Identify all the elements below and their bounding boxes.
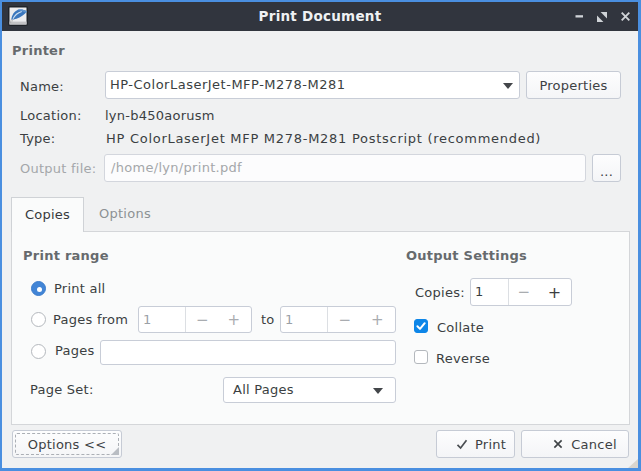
copies-value: 1 — [475, 279, 484, 305]
page-set-label: Page Set: — [30, 382, 94, 397]
copies-decrement[interactable]: − — [509, 279, 539, 305]
location-value: lyn-b450aorusm — [105, 108, 215, 123]
pages-from-label: Pages from — [53, 312, 128, 327]
minus-label: − — [518, 283, 531, 301]
plus-label: + — [548, 283, 562, 302]
close-button[interactable] — [614, 2, 636, 31]
titlebar[interactable]: Print Document — [2, 2, 638, 31]
location-label: Location: — [20, 108, 82, 123]
output-file-value: /home/lyn/print.pdf — [111, 155, 242, 181]
settings-notebook: Copies Options Print range Print all Pag… — [11, 197, 630, 426]
copies-tab-page: Print range Print all Pages from 1 − + t… — [11, 231, 630, 425]
collate-label: Collate — [437, 320, 484, 335]
reverse-label: Reverse — [436, 351, 490, 366]
pages-label: Pages — [55, 343, 95, 358]
minus-label: − — [339, 311, 352, 329]
print-button[interactable]: Print — [436, 430, 515, 458]
minus-label: − — [196, 311, 209, 329]
output-file-field[interactable]: /home/lyn/print.pdf — [104, 154, 586, 182]
copies-label: Copies: — [415, 285, 465, 300]
pages-to-decrement[interactable]: − — [328, 307, 362, 332]
print-range-heading: Print range — [23, 248, 109, 263]
reverse-checkbox[interactable] — [414, 350, 428, 364]
print-button-label: Print — [475, 437, 506, 452]
plus-label: + — [228, 311, 241, 329]
print-dialog-window: Print Document Printer Name: — [0, 0, 641, 471]
check-icon — [415, 320, 427, 332]
output-file-label: Output file: — [20, 161, 96, 176]
options-toggle-button[interactable]: Options << — [12, 430, 122, 458]
resize-grip[interactable] — [628, 459, 638, 468]
print-all-label: Print all — [54, 281, 105, 296]
printer-name-value: HP-ColorLaserJet-MFP-M278-M281 — [110, 72, 346, 98]
dropdown-arrow-icon — [503, 83, 513, 89]
type-label: Type: — [20, 131, 56, 146]
copies-spinbox[interactable]: 1 − + — [470, 278, 572, 306]
maximize-icon — [597, 12, 607, 22]
pages-input[interactable] — [100, 340, 396, 365]
browse-button-label: ... — [600, 164, 613, 179]
page-set-combobox[interactable]: All Pages — [223, 377, 396, 403]
name-label: Name: — [20, 79, 64, 94]
close-icon — [620, 11, 631, 22]
printer-section-heading: Printer — [12, 43, 65, 58]
plus-label: + — [371, 311, 384, 329]
browse-button[interactable]: ... — [592, 154, 621, 182]
output-settings-heading: Output Settings — [406, 248, 527, 263]
collate-checkbox[interactable] — [414, 319, 428, 333]
properties-button[interactable]: Properties — [526, 71, 621, 99]
page-set-value: All Pages — [233, 378, 294, 402]
copies-increment[interactable]: + — [538, 279, 571, 305]
pages-to-increment[interactable]: + — [360, 307, 395, 332]
tab-copies-label: Copies — [25, 207, 70, 222]
properties-button-label: Properties — [539, 78, 607, 93]
pages-radio[interactable] — [31, 344, 46, 359]
minimize-icon — [573, 10, 586, 23]
cancel-x-icon — [553, 439, 563, 449]
tab-options[interactable]: Options — [84, 197, 166, 232]
cancel-button-label: Cancel — [571, 437, 617, 452]
print-confirm-icon — [456, 439, 468, 450]
pages-from-decrement[interactable]: − — [186, 307, 219, 332]
button-grip-icon — [111, 447, 119, 455]
printer-name-combobox[interactable]: HP-ColorLaserJet-MFP-M278-M281 — [105, 71, 520, 99]
pages-from-spinbox[interactable]: 1 − + — [138, 306, 252, 333]
minimize-button[interactable] — [568, 2, 590, 31]
window-title: Print Document — [2, 2, 638, 31]
page-set-arrow-icon — [373, 388, 383, 394]
pages-from-radio[interactable] — [31, 312, 46, 327]
tab-copies[interactable]: Copies — [11, 197, 84, 232]
cancel-button[interactable]: Cancel — [521, 430, 629, 458]
print-all-radio[interactable] — [31, 281, 46, 296]
type-value: HP ColorLaserJet MFP M278-M281 Postscrip… — [106, 131, 541, 146]
window-body: Print Document Printer Name: — [2, 2, 638, 468]
pages-from-value: 1 — [143, 307, 152, 332]
pages-to-label: to — [261, 312, 275, 327]
pages-to-value: 1 — [285, 307, 294, 332]
pages-to-spinbox[interactable]: 1 − + — [280, 306, 396, 333]
maximize-button[interactable] — [591, 2, 613, 31]
tab-options-label: Options — [99, 206, 151, 221]
pages-from-increment[interactable]: + — [217, 307, 251, 332]
focus-outline — [15, 433, 119, 455]
